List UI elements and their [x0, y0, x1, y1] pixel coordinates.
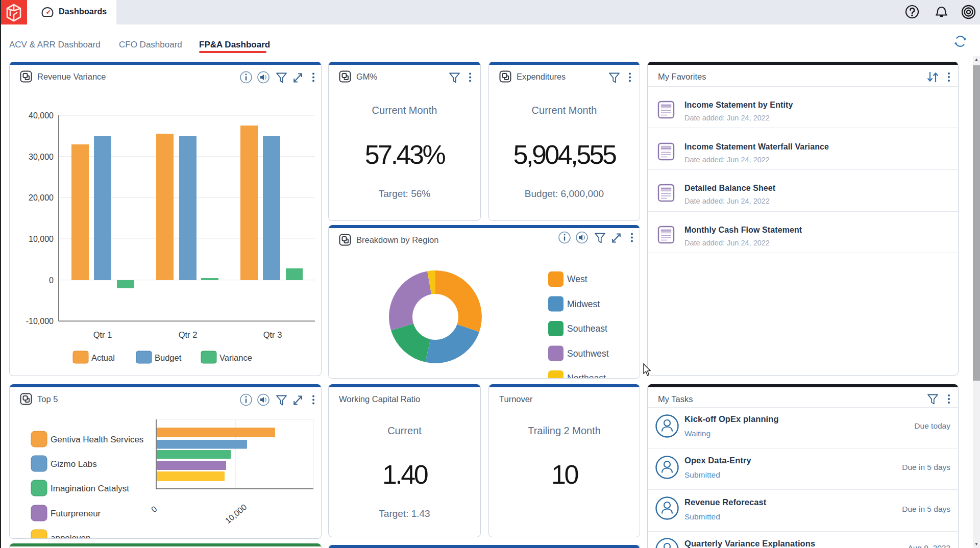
svg-text:Gentiva Health Services: Gentiva Health Services — [51, 435, 143, 444]
svg-text:Futurpreneur: Futurpreneur — [51, 509, 101, 518]
svg-text:0: 0 — [150, 504, 159, 514]
svg-text:0: 0 — [49, 276, 54, 285]
svg-text:West: West — [567, 274, 587, 284]
svg-text:Qtr 2: Qtr 2 — [179, 330, 198, 339]
svg-text:10,000: 10,000 — [224, 503, 248, 526]
svg-text:Southwest: Southwest — [567, 348, 609, 359]
svg-text:Qtr 1: Qtr 1 — [93, 330, 112, 339]
svg-text:Midwest: Midwest — [567, 299, 600, 309]
svg-text:-10,000: -10,000 — [26, 317, 54, 326]
svg-text:20,000: 20,000 — [29, 193, 54, 202]
svg-text:Actual: Actual — [91, 353, 115, 362]
svg-text:40,000: 40,000 — [29, 111, 54, 120]
svg-text:Gizmo Labs: Gizmo Labs — [51, 459, 97, 469]
svg-text:appeleven: appeleven — [51, 533, 90, 539]
svg-text:Qtr 3: Qtr 3 — [263, 330, 282, 339]
svg-text:10,000: 10,000 — [29, 235, 54, 243]
svg-text:Southeast: Southeast — [567, 323, 607, 334]
svg-text:Imagination Catalyst: Imagination Catalyst — [51, 484, 129, 493]
svg-text:Northeast: Northeast — [567, 373, 606, 379]
svg-text:Variance: Variance — [219, 353, 252, 362]
svg-text:30,000: 30,000 — [29, 153, 54, 161]
svg-text:Budget: Budget — [155, 353, 182, 362]
